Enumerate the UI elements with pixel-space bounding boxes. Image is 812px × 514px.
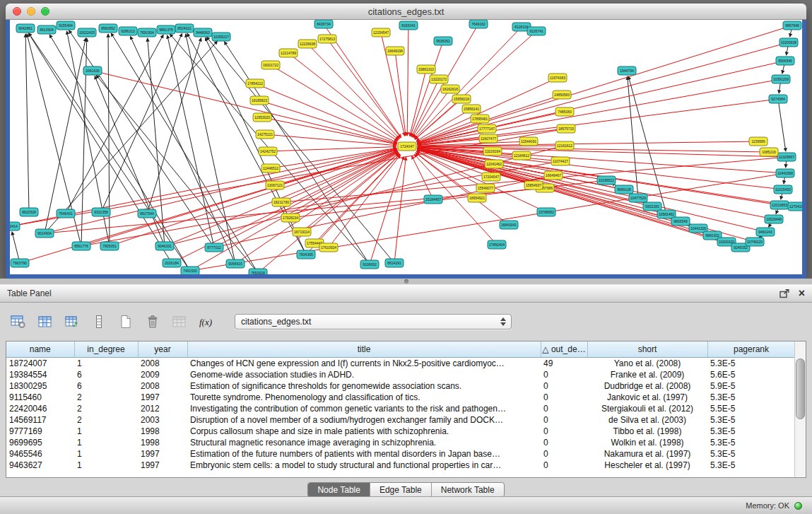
graph-node[interactable]: 12953020 [253, 113, 271, 122]
cell-title[interactable]: Investigating the contribution of common… [187, 403, 541, 414]
graph-node[interactable]: 12161612 [555, 141, 574, 150]
cell-title[interactable]: Tourette syndrome. Phenomenology and cla… [187, 392, 541, 403]
cell-short[interactable]: Dudbridge et al. (2008) [587, 380, 707, 392]
graph-node[interactable]: 7649162 [469, 20, 488, 28]
table-row[interactable]: 1872400712008Changes of HCN gene express… [6, 358, 795, 370]
cell-in_degree[interactable]: 1 [74, 460, 138, 471]
cell-in_degree[interactable]: 2 [74, 414, 138, 426]
graph-node[interactable]: 11015450 [774, 185, 792, 194]
table-row[interactable]: 911546021997Tourette syndrome. Phenomeno… [6, 392, 795, 403]
graph-node[interactable]: 14850583 [553, 90, 571, 99]
graph-node[interactable]: 7903414 [10, 222, 20, 230]
graph-node[interactable]: 8620528 [20, 208, 38, 216]
graph-node[interactable]: 2026184 [163, 259, 181, 267]
cell-year[interactable]: 2008 [138, 358, 187, 370]
row-header-icon[interactable] [89, 313, 109, 331]
cell-pagerank[interactable]: 5.3E-5 [707, 460, 795, 471]
column-header-in_degree[interactable]: in_degree [74, 341, 138, 358]
graph-node[interactable]: 12446512 [261, 164, 280, 173]
graph-node[interactable]: 17777147 [478, 124, 496, 133]
cell-name[interactable]: 22420046 [6, 403, 74, 414]
panel-splitter[interactable] [0, 279, 812, 284]
graph-node[interactable]: 2061630 [83, 66, 102, 75]
graph-node[interactable]: 7691904 [138, 28, 156, 37]
graph-node[interactable]: 9806549 [671, 217, 690, 226]
cell-pagerank[interactable]: 5.3E-5 [707, 437, 795, 448]
table-scrollbar[interactable] [794, 341, 806, 477]
graph-node[interactable]: 15856141 [462, 105, 481, 113]
table-row[interactable]: 2242004622012Investigating the contribut… [6, 403, 795, 414]
table-columns-icon[interactable] [35, 313, 55, 331]
graph-node[interactable]: 14242752 [259, 147, 277, 156]
graph-node[interactable]: 1944794 [618, 66, 636, 75]
graph-node[interactable]: 8613904 [37, 25, 56, 34]
graph-node[interactable]: 9046331 [155, 242, 174, 250]
cell-in_degree[interactable]: 2 [74, 392, 138, 403]
cell-out_degree[interactable]: 49 [541, 358, 587, 370]
graph-node[interactable]: 13220172 [430, 75, 448, 83]
graph-node[interactable]: 9332358 [92, 208, 110, 216]
graph-node[interactable]: 9274584 [769, 95, 787, 103]
table-row[interactable]: 1938455462009Genome-wide association stu… [6, 369, 795, 380]
graph-node[interactable]: 7485083 [555, 107, 574, 116]
graph-node[interactable]: 10477529 [629, 194, 647, 202]
cell-in_degree[interactable]: 1 [74, 358, 138, 370]
graph-node[interactable]: 11074427 [551, 157, 570, 165]
cell-out_degree[interactable]: 0 [541, 369, 587, 380]
cell-out_degree[interactable]: 0 [541, 448, 587, 460]
graph-node[interactable]: 17928234 [281, 214, 300, 222]
cell-year[interactable]: 1998 [138, 426, 187, 437]
cell-title[interactable]: Changes of HCN gene expression and I(f) … [187, 358, 541, 370]
graph-node[interactable]: 9636061 [434, 37, 452, 45]
graph-node[interactable]: 8777012 [205, 243, 223, 252]
graph-node[interactable]: 7653918 [249, 269, 267, 274]
cell-name[interactable]: 9699695 [6, 437, 74, 448]
cell-out_degree[interactable]: 0 [541, 426, 587, 437]
new-file-icon[interactable] [116, 313, 136, 331]
cell-pagerank[interactable]: 5.5E-5 [707, 403, 795, 414]
graph-node[interactable]: 9302281 [643, 202, 661, 211]
graph-node[interactable]: 8614291 [385, 259, 404, 267]
graph-node[interactable]: 9108062 [360, 260, 379, 269]
graph-node[interactable]: 12704106 [788, 202, 802, 211]
float-panel-icon[interactable] [779, 289, 790, 298]
graph-node[interactable]: 9460243 [756, 228, 775, 236]
graph-node[interactable]: 8917544 [138, 209, 156, 218]
cell-name[interactable]: 9465546 [6, 448, 74, 460]
cell-out_degree[interactable]: 0 [541, 403, 587, 414]
cell-pagerank[interactable]: 5.6E-5 [707, 369, 795, 380]
graph-node[interactable]: 10529448 [765, 215, 783, 223]
graph-node[interactable]: 10200638 [779, 38, 798, 47]
column-header-out_degree[interactable]: △ out_de… [541, 341, 587, 358]
cell-pagerank[interactable]: 5.9E-5 [707, 380, 795, 392]
cell-short[interactable]: Tibbo et al. (1998) [587, 426, 707, 437]
graph-node[interactable]: 1159589 [749, 137, 767, 146]
cell-in_degree[interactable]: 6 [74, 380, 138, 392]
graph-node[interactable]: 16649467 [544, 171, 563, 180]
graph-node[interactable]: 17892404 [488, 240, 506, 249]
cell-title[interactable]: Structural magnetic resonance image aver… [187, 437, 541, 448]
cell-year[interactable]: 2012 [138, 403, 187, 414]
graph-node[interactable]: 18185823 [250, 96, 269, 105]
cell-year[interactable]: 1997 [138, 392, 187, 403]
graph-node[interactable]: 7491500 [181, 267, 199, 274]
graph-node[interactable]: 17854212 [246, 79, 264, 88]
graph-node[interactable]: 15854937 [524, 181, 543, 189]
cell-year[interactable]: 2009 [138, 369, 187, 380]
cell-in_degree[interactable]: 6 [74, 369, 138, 380]
cell-year[interactable]: 1997 [138, 448, 187, 460]
cell-short[interactable]: Wolkin et al. (1998) [587, 437, 707, 448]
graph-node[interactable]: 12154547 [372, 28, 390, 37]
cell-in_degree[interactable]: 1 [74, 437, 138, 448]
close-panel-icon[interactable]: × [799, 288, 805, 298]
cell-year[interactable]: 2003 [138, 414, 187, 426]
graph-node[interactable]: 12164612 [512, 151, 531, 160]
cell-title[interactable]: Genome-wide association studies in ADHD. [187, 369, 541, 380]
graph-node[interactable]: 16719114 [293, 228, 311, 236]
table-settings-icon[interactable] [8, 313, 28, 331]
cell-short[interactable]: Nakamura et al. (1997) [587, 448, 707, 460]
graph-node[interactable]: 12041462 [485, 160, 503, 168]
column-header-year[interactable]: year [138, 341, 187, 358]
graph-node[interactable]: 7834365 [297, 250, 315, 259]
cell-pagerank[interactable]: 5.3E-5 [707, 414, 795, 426]
